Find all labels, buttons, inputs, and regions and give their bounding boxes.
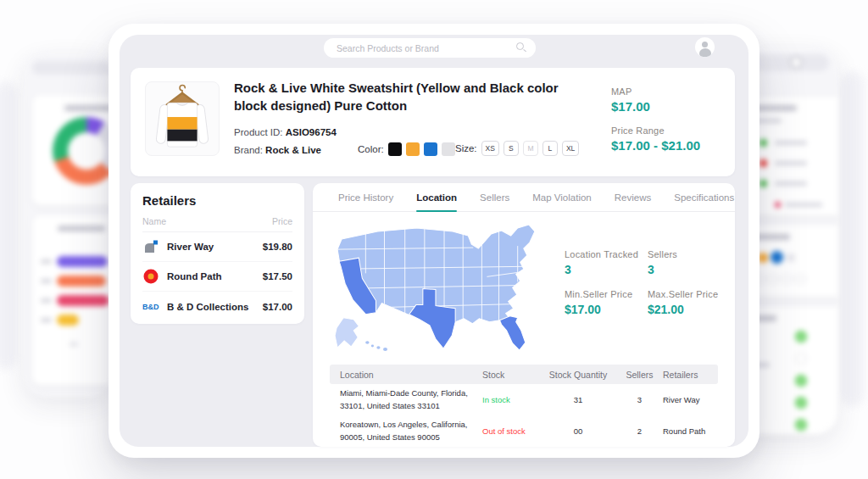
tab-specifications[interactable]: Specifications <box>674 183 734 211</box>
sweatshirt-image <box>146 82 219 155</box>
cell-stock-quantity: 00 <box>540 426 616 436</box>
tab-location[interactable]: Location <box>416 183 457 211</box>
brand-label: Brand: <box>234 145 263 155</box>
color-options: Color: <box>358 142 455 156</box>
bd-logo-text: B&D <box>142 303 159 311</box>
retailer-price: $19.80 <box>263 242 292 252</box>
map-price-block: MAP $17.00 <box>611 86 650 114</box>
size-chip-s[interactable]: S <box>504 141 519 156</box>
header-location: Location <box>330 370 482 380</box>
us-map[interactable] <box>328 220 550 363</box>
cell-sellers: 3 <box>616 395 663 404</box>
product-id-label: Product ID: <box>234 127 283 137</box>
price-range-label: Price Range <box>611 125 700 136</box>
size-chip-xl[interactable]: XL <box>562 141 579 156</box>
price-range-value: $17.00 - $21.00 <box>611 138 700 153</box>
header-stock-quantity: Stock Quantity <box>540 370 616 380</box>
cell-stock-status: Out of stock <box>482 426 540 436</box>
retailer-name: Round Path <box>167 271 222 281</box>
cell-location: Koreatown, Los Angeles, California, 9000… <box>330 419 482 443</box>
price-range-block: Price Range $17.00 - $21.00 <box>611 125 700 153</box>
retailer-row-bd[interactable]: B&D B & D Collections $17.00 <box>142 292 292 321</box>
tab-reviews[interactable]: Reviews <box>615 183 651 211</box>
background-checklist-card <box>746 307 837 434</box>
search-icon[interactable] <box>516 42 524 50</box>
color-swatch-blue[interactable] <box>424 142 437 156</box>
background-bars-card <box>32 215 112 385</box>
tab-map-violation[interactable]: Map Violation <box>532 183 591 211</box>
color-swatch-orange[interactable] <box>406 142 420 156</box>
product-id-value: ASIO96754 <box>286 127 337 137</box>
user-avatar[interactable] <box>695 37 715 57</box>
column-name: Name <box>142 216 166 226</box>
table-header: Location Stock Stock Quantity Sellers Re… <box>330 365 718 384</box>
dashboard-surface: Rock & Live White Sweatshirt (Yellow and… <box>120 35 748 447</box>
circle-icon <box>795 353 807 365</box>
background-shape-far-right <box>841 71 865 407</box>
background-topbar <box>32 61 112 75</box>
retailer-name: B & D Collections <box>167 302 248 312</box>
product-image <box>145 81 220 156</box>
retailer-price: $17.50 <box>263 271 292 281</box>
background-list-card <box>746 97 837 215</box>
cell-retailer: Round Path <box>663 426 718 436</box>
header-sellers: Sellers <box>616 370 663 380</box>
background-search-icon <box>790 56 803 69</box>
background-donut-chart <box>53 117 112 185</box>
state-florida <box>500 316 526 350</box>
main-dashboard-card: Rock & Live White Sweatshirt (Yellow and… <box>108 24 760 458</box>
product-title: Rock & Live White Sweatshirt (Yellow and… <box>234 79 573 115</box>
table-row: Miami, Miami-Dade County, Florida, 33101… <box>330 384 718 415</box>
map-label: MAP <box>611 86 650 97</box>
header-retailers: Retailers <box>663 370 718 380</box>
retailer-name: River Way <box>167 242 214 252</box>
check-icon <box>795 419 807 431</box>
retailers-title: Retailers <box>142 193 292 208</box>
search-input[interactable] <box>324 38 536 58</box>
size-chip-m[interactable]: M <box>523 141 538 156</box>
location-table: Location Stock Stock Quantity Sellers Re… <box>330 365 718 447</box>
color-swatch-gray[interactable] <box>442 142 455 156</box>
cell-retailer: River Way <box>663 395 718 404</box>
retailer-row-riverway[interactable]: River Way $19.80 <box>142 232 292 262</box>
retailer-price: $17.00 <box>263 302 292 312</box>
stat-min-seller-price: Min.Seller Price $17.00 <box>565 289 632 316</box>
check-icon <box>795 331 807 343</box>
tab-sellers[interactable]: Sellers <box>480 183 509 211</box>
background-donut-card <box>32 95 112 205</box>
retailers-header: Name Price <box>142 216 292 232</box>
product-summary-card: Rock & Live White Sweatshirt (Yellow and… <box>131 68 735 176</box>
background-variant-card <box>746 226 837 297</box>
tab-price-history[interactable]: Price History <box>338 183 393 211</box>
size-options: Size: XS S M L XL <box>455 141 579 156</box>
bd-logo: B&D <box>142 298 159 315</box>
size-chip-xs[interactable]: XS <box>481 141 499 156</box>
color-label: Color: <box>358 144 384 154</box>
retailers-card: Retailers Name Price River Way $19.80 <box>131 183 304 324</box>
cell-stock-quantity: 31 <box>540 395 616 404</box>
product-brand-row: Brand: Rock & Live <box>234 145 321 155</box>
map-value: $17.00 <box>611 99 650 114</box>
riverway-logo <box>142 238 159 255</box>
background-panel-left <box>24 53 112 397</box>
table-row: Koreatown, Los Angeles, California, 9000… <box>330 415 718 447</box>
check-icon <box>795 375 807 387</box>
stat-max-seller-price: Max.Seller Price $21.00 <box>648 289 718 316</box>
size-chip-l[interactable]: L <box>542 141 558 156</box>
cell-stock-status: In stock <box>482 395 540 404</box>
tab-bar: Price History Location Sellers Map Viola… <box>313 183 735 212</box>
blurred-title <box>64 105 112 111</box>
column-price: Price <box>272 216 292 226</box>
retailer-row-roundpath[interactable]: Round Path $17.50 <box>142 262 292 292</box>
stat-sellers: Sellers 3 <box>648 249 677 276</box>
background-shape-far-left <box>0 81 17 370</box>
blurred-title <box>58 226 105 231</box>
header-stock: Stock <box>482 370 540 380</box>
color-swatch-black[interactable] <box>388 142 402 156</box>
roundpath-logo <box>142 268 159 285</box>
state-alaska <box>335 318 359 348</box>
app-background: { "topbar": { "search_placeholder": "Sea… <box>0 0 868 479</box>
check-icon <box>795 397 807 409</box>
stat-location-tracked: Location Tracked 3 <box>565 249 638 276</box>
brand-value: Rock & Live <box>265 145 321 155</box>
